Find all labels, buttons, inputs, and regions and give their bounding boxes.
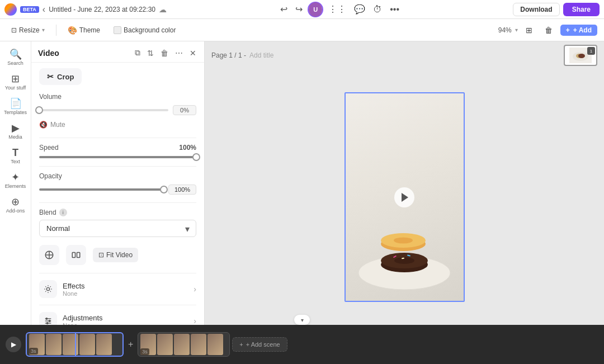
canvas-frame[interactable] (345, 92, 465, 302)
theme-button[interactable]: 🎨 Theme (63, 23, 105, 37)
sidebar-item-text[interactable]: T Text (1, 144, 30, 168)
fit-video-icon: ⊡ (98, 251, 104, 259)
panel-more-icon[interactable]: ⋯ (174, 48, 184, 59)
volume-section: Volume 0% 🔇 Mute (39, 93, 196, 130)
svg-point-23 (394, 238, 413, 244)
panel-close-icon[interactable]: ✕ (188, 48, 197, 59)
timeline-scene-2[interactable]: 3s (138, 332, 230, 357)
resize-button[interactable]: ⊡ Resize ▾ (7, 24, 49, 36)
tl-thumb-2 (46, 334, 62, 355)
mute-button[interactable]: 🔇 Mute (39, 120, 65, 130)
fit-video-label: Fit Video (106, 251, 133, 259)
chat-button[interactable]: 💬 (351, 2, 368, 16)
adjustments-row-left: Adjustments None (39, 312, 103, 325)
tl-thumb-7 (157, 334, 173, 355)
beta-badge: BETA (20, 6, 39, 13)
timeline-collapse-button[interactable]: ▾ (294, 315, 310, 325)
sidebar-item-label-add-ons: Add-ons (6, 208, 25, 214)
effects-title: Effects (63, 282, 85, 290)
topbar-center: ↩ ↪ U ⋮⋮ 💬 ⏱ ••• (277, 2, 402, 17)
svg-point-17 (394, 257, 414, 264)
blend-label-row: Blend i (39, 209, 196, 216)
volume-slider-thumb[interactable] (35, 106, 43, 114)
page-thumbnail-mini[interactable]: 1 (564, 45, 597, 66)
sidebar-item-add-ons[interactable]: ⊕ Add-ons (1, 193, 30, 217)
document-title: Untitled - June 22, 2023 at 09:22:30 (49, 6, 155, 13)
editor-toolbar: ⊡ Resize ▾ 🎨 Theme Background color 94% … (0, 19, 604, 41)
add-ons-icon: ⊕ (11, 197, 20, 207)
sidebar-item-templates[interactable]: 📄 Templates (1, 95, 30, 119)
effects-chevron: › (194, 285, 196, 294)
video-tool-1[interactable] (39, 245, 59, 265)
share-button[interactable]: Share (563, 3, 600, 16)
sidebar-icons: 🔍 Search ⊞ Your stuff 📄 Templates ▶ Medi… (0, 41, 31, 325)
timeline-scene-1[interactable]: 3s (26, 332, 124, 357)
mute-label: Mute (50, 121, 65, 129)
scene1-thumbs (27, 333, 114, 356)
undo-button[interactable]: ↩ (277, 2, 290, 16)
divider-3 (39, 202, 196, 203)
adjustments-text: Adjustments None (63, 314, 103, 325)
topbar-right: Download Share (513, 3, 600, 16)
effects-row[interactable]: Effects None › (39, 273, 196, 305)
sidebar-item-label-elements: Elements (5, 183, 26, 189)
delete-button[interactable]: 🗑 (540, 23, 557, 37)
blend-info-icon[interactable]: i (59, 209, 67, 216)
sidebar-item-your-stuff[interactable]: ⊞ Your stuff (1, 70, 30, 94)
speed-slider-thumb[interactable] (192, 153, 200, 161)
canvas-page-header-right: 1 (564, 45, 597, 66)
add-scene-button[interactable]: + + Add scene (232, 337, 287, 352)
bg-color-button[interactable]: Background color (109, 24, 180, 36)
redo-button[interactable]: ↪ (292, 2, 305, 16)
panel-duplicate-icon[interactable]: ⧉ (134, 47, 141, 59)
opacity-header: Opacity (39, 172, 196, 180)
download-button[interactable]: Download (513, 3, 559, 16)
add-scene-plus-icon[interactable]: + (126, 339, 135, 349)
page-settings-button[interactable]: ⊞ (521, 23, 537, 37)
scene1-badge: 3s (29, 348, 38, 354)
timer-button[interactable]: ⏱ (370, 3, 385, 16)
blend-select[interactable]: Normal Multiply Screen Overlay Darken Li… (39, 220, 196, 237)
panel-arrange-icon[interactable]: ⇅ (146, 48, 155, 59)
add-label: + Add (573, 26, 592, 34)
cloud-sync-icon: ☁ (159, 5, 167, 14)
mute-icon: 🔇 (39, 121, 48, 129)
fit-video-button[interactable]: ⊡ Fit Video (93, 248, 138, 262)
effects-text: Effects None (63, 282, 85, 297)
opacity-slider-thumb[interactable] (160, 186, 168, 193)
sidebar-item-label-media: Media (8, 134, 22, 140)
effects-row-left: Effects None (39, 280, 85, 298)
tl-thumb-4 (79, 334, 95, 355)
scene2-badge: 3s (140, 348, 149, 355)
scene2-thumbs (138, 333, 225, 356)
video-tool-2[interactable] (66, 245, 86, 265)
play-triangle-icon (402, 193, 408, 202)
bg-color-swatch (114, 26, 121, 34)
play-button-overlay[interactable] (394, 187, 414, 207)
timeline-track: 3s + 3s + + Add scene (26, 330, 598, 358)
more-button[interactable]: ••• (387, 3, 402, 16)
zoom-level: 94% (498, 26, 512, 34)
effects-icon (39, 280, 57, 298)
volume-slider-track[interactable] (39, 109, 168, 111)
sidebar-item-media[interactable]: ▶ Media (1, 120, 30, 143)
adjustments-row[interactable]: Adjustments None › (39, 305, 196, 325)
crop-label: Crop (57, 73, 74, 81)
sidebar-item-elements[interactable]: ✦ Elements (1, 169, 30, 192)
speed-slider-track[interactable] (39, 156, 196, 158)
effects-sub: None (63, 290, 85, 297)
add-button[interactable]: + + Add (560, 25, 597, 36)
page-title[interactable]: Add title (249, 51, 273, 59)
timeline-play-button[interactable]: ▶ (6, 337, 21, 352)
svg-point-7 (49, 320, 50, 322)
search-icon: 🔍 (10, 49, 22, 59)
back-button[interactable]: ‹ (43, 4, 45, 15)
panel-body: ✂ Crop Volume 0% 🔇 Mute (31, 63, 204, 325)
opacity-slider-track[interactable] (39, 188, 164, 191)
apps-button[interactable]: ⋮⋮ (325, 2, 349, 16)
svg-point-3 (46, 287, 49, 290)
opacity-value[interactable]: 100% (168, 185, 196, 195)
crop-button[interactable]: ✂ Crop (39, 68, 82, 85)
panel-delete-icon[interactable]: 🗑 (159, 48, 169, 59)
sidebar-item-search[interactable]: 🔍 Search (1, 46, 30, 69)
